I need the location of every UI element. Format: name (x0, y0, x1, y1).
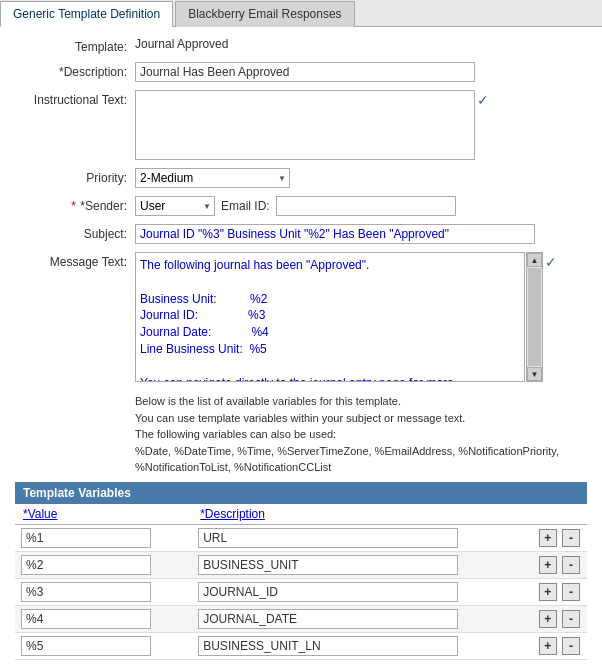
table-row: + - (15, 578, 587, 605)
tv-desc-input[interactable] (198, 555, 458, 575)
message-textarea[interactable]: The following journal has been "Approved… (135, 252, 525, 382)
tv-col-actions (532, 504, 587, 525)
info-line4: %Date, %DateTime, %Time, %ServerTimeZone… (135, 443, 587, 460)
subject-input[interactable] (135, 224, 535, 244)
message-field: The following journal has been "Approved… (135, 252, 587, 385)
add-row-button[interactable]: + (539, 637, 557, 655)
tv-value-input[interactable] (21, 555, 151, 575)
email-id-input[interactable] (276, 196, 456, 216)
tv-value-input[interactable] (21, 528, 151, 548)
add-row-button[interactable]: + (539, 556, 557, 574)
tv-action-cell: + - (532, 632, 587, 659)
instructional-label: Instructional Text: (15, 90, 135, 107)
add-row-button[interactable]: + (539, 610, 557, 628)
table-row: + - (15, 605, 587, 632)
scroll-up-btn[interactable]: ▲ (527, 253, 542, 267)
sender-row: *Sender: User System Email ID: (15, 196, 587, 216)
tv-value-input[interactable] (21, 582, 151, 602)
scroll-track (528, 268, 541, 366)
template-variables-header: Template Variables (15, 482, 587, 504)
tv-value-cell (15, 632, 192, 659)
tv-desc-cell (192, 632, 531, 659)
remove-row-button[interactable]: - (562, 556, 580, 574)
tab-generic[interactable]: Generic Template Definition (0, 1, 173, 27)
tv-value-cell (15, 578, 192, 605)
template-variables-section: Template Variables *Value *Description +… (15, 482, 587, 660)
tab-bar: Generic Template Definition Blackberry E… (0, 0, 602, 27)
message-edit-icon[interactable]: ✓ (545, 254, 557, 270)
tv-desc-input[interactable] (198, 528, 458, 548)
instructional-textarea[interactable] (135, 90, 475, 160)
tv-desc-cell (192, 524, 531, 551)
add-row-button[interactable]: + (539, 583, 557, 601)
tv-action-cell: + - (532, 605, 587, 632)
priority-field: 1-Low 2-Medium 3-High (135, 168, 587, 188)
priority-select[interactable]: 1-Low 2-Medium 3-High (135, 168, 290, 188)
tv-col-value: *Value (15, 504, 192, 525)
table-row: + - (15, 632, 587, 659)
tv-value-cell (15, 551, 192, 578)
remove-row-button[interactable]: - (562, 583, 580, 601)
description-label: *Description: (15, 62, 135, 79)
scroll-down-btn[interactable]: ▼ (527, 367, 542, 381)
tv-desc-input[interactable] (198, 609, 458, 629)
remove-row-button[interactable]: - (562, 637, 580, 655)
template-value: Journal Approved (135, 37, 587, 51)
tv-desc-input[interactable] (198, 582, 458, 602)
tv-value-cell (15, 605, 192, 632)
description-row: *Description: (15, 62, 587, 82)
sender-label: *Sender: (15, 196, 135, 213)
template-label: Template: (15, 37, 135, 54)
message-row: Message Text: The following journal has … (15, 252, 587, 385)
subject-row: Subject: (15, 224, 587, 244)
tv-value-input[interactable] (21, 609, 151, 629)
tv-table-header-row: *Value *Description (15, 504, 587, 525)
info-line2: You can use template variables within yo… (135, 410, 587, 427)
remove-row-button[interactable]: - (562, 529, 580, 547)
sender-field: User System Email ID: (135, 196, 587, 216)
message-scrollbar: ▲ ▼ (526, 252, 543, 382)
priority-label: Priority: (15, 168, 135, 185)
template-variables-table: *Value *Description + - + - (15, 504, 587, 660)
tv-desc-input[interactable] (198, 636, 458, 656)
remove-row-button[interactable]: - (562, 610, 580, 628)
info-section: Below is the list of available variables… (135, 393, 587, 476)
email-id-label: Email ID: (221, 199, 270, 213)
description-field (135, 62, 587, 82)
priority-row: Priority: 1-Low 2-Medium 3-High (15, 168, 587, 188)
subject-field (135, 224, 587, 244)
info-line3: The following variables can also be used… (135, 426, 587, 443)
subject-label: Subject: (15, 224, 135, 241)
tv-action-cell: + - (532, 578, 587, 605)
tv-desc-cell (192, 551, 531, 578)
table-row: + - (15, 524, 587, 551)
instructional-field: ✓ (135, 90, 587, 160)
tv-desc-cell (192, 605, 531, 632)
message-label: Message Text: (15, 252, 135, 269)
add-row-button[interactable]: + (539, 529, 557, 547)
template-row: Template: Journal Approved (15, 37, 587, 54)
tv-desc-cell (192, 578, 531, 605)
info-line5: %NotificationToList, %NotificationCCList (135, 459, 587, 476)
table-row: + - (15, 551, 587, 578)
description-input[interactable] (135, 62, 475, 82)
tv-value-cell (15, 524, 192, 551)
info-line1: Below is the list of available variables… (135, 393, 587, 410)
instructional-edit-icon[interactable]: ✓ (477, 92, 489, 108)
tv-action-cell: + - (532, 524, 587, 551)
tab-blackberry[interactable]: Blackberry Email Responses (175, 1, 354, 27)
tv-value-input[interactable] (21, 636, 151, 656)
instructional-row: Instructional Text: ✓ (15, 90, 587, 160)
sender-select[interactable]: User System (135, 196, 215, 216)
tv-action-cell: + - (532, 551, 587, 578)
main-content: Template: Journal Approved *Description:… (0, 27, 602, 665)
priority-select-wrapper: 1-Low 2-Medium 3-High (135, 168, 290, 188)
tv-col-desc: *Description (192, 504, 531, 525)
message-container: The following journal has been "Approved… (135, 252, 543, 385)
sender-select-wrapper: User System (135, 196, 215, 216)
